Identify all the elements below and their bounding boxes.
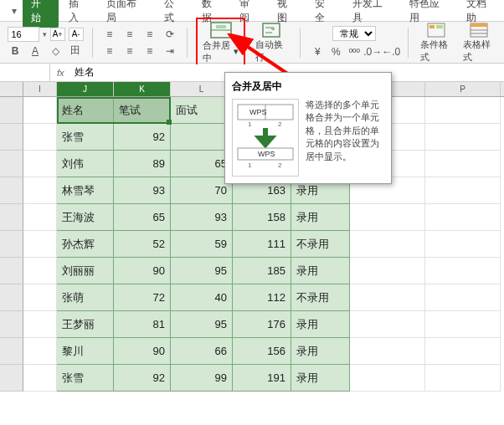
cell[interactable]: 185: [233, 258, 291, 284]
tab-security[interactable]: 安全: [306, 0, 342, 28]
wrap-text-button[interactable]: 自动换行: [250, 20, 291, 65]
cell[interactable]: 录用: [291, 311, 350, 338]
row-header[interactable]: [0, 151, 23, 177]
row-header[interactable]: [0, 177, 23, 204]
cell[interactable]: 录用: [291, 365, 350, 392]
cell[interactable]: 66: [171, 338, 233, 365]
cell[interactable]: 93: [114, 177, 171, 204]
cell[interactable]: 89: [114, 151, 171, 177]
row-header[interactable]: [0, 311, 23, 338]
row-header[interactable]: [0, 204, 23, 231]
row-header[interactable]: [0, 338, 23, 365]
cell[interactable]: [425, 151, 501, 177]
cell[interactable]: 92: [114, 124, 171, 151]
cell[interactable]: [23, 177, 57, 204]
increase-font-button[interactable]: A+: [50, 28, 65, 41]
font-size-input[interactable]: [8, 27, 39, 42]
cell[interactable]: [23, 204, 57, 231]
cell[interactable]: 156: [233, 338, 291, 365]
cell[interactable]: 林雪琴: [57, 177, 114, 204]
cell[interactable]: [23, 365, 57, 392]
cell[interactable]: 黎川: [57, 338, 114, 365]
select-all-corner[interactable]: [0, 82, 23, 96]
cell[interactable]: 笔试: [114, 97, 171, 124]
cell[interactable]: [23, 258, 57, 284]
cell[interactable]: [171, 124, 233, 151]
cell[interactable]: 张萌: [57, 284, 114, 311]
cell[interactable]: 录用: [291, 338, 350, 365]
cell[interactable]: 刘丽丽: [57, 258, 114, 284]
cell[interactable]: [350, 258, 425, 284]
row-header[interactable]: [0, 284, 23, 311]
decrease-decimal-button[interactable]: ←.0: [383, 44, 399, 59]
percent-button[interactable]: %: [327, 44, 344, 59]
align-left-button[interactable]: ≡: [101, 44, 118, 59]
cell[interactable]: [425, 97, 501, 124]
font-color-button[interactable]: A: [27, 44, 44, 59]
indent-button[interactable]: ⇥: [162, 44, 178, 59]
align-right-button[interactable]: ≡: [141, 44, 158, 59]
tab-start[interactable]: 开始: [23, 0, 59, 28]
cell[interactable]: 40: [171, 284, 233, 311]
merge-center-button[interactable]: 合并居中 ▾: [196, 18, 246, 68]
fx-icon[interactable]: fx: [50, 68, 71, 78]
cell[interactable]: 录用: [291, 258, 350, 284]
number-format-select[interactable]: 常规: [332, 26, 376, 41]
align-top-button[interactable]: ≡: [101, 27, 118, 42]
cell[interactable]: 52: [114, 231, 171, 258]
align-center-button[interactable]: ≡: [121, 44, 138, 59]
cell[interactable]: 录用: [291, 204, 350, 231]
cell[interactable]: [425, 124, 501, 151]
cell[interactable]: 191: [233, 365, 291, 392]
cell[interactable]: [425, 338, 501, 365]
tab-formula[interactable]: 公式: [156, 0, 192, 28]
cell[interactable]: [23, 97, 57, 124]
cell[interactable]: 158: [233, 204, 291, 231]
cell[interactable]: 65: [171, 151, 233, 177]
cell[interactable]: 111: [233, 231, 291, 258]
cell[interactable]: 90: [114, 338, 171, 365]
align-middle-button[interactable]: ≡: [121, 27, 138, 42]
row-header[interactable]: [0, 231, 23, 258]
cell[interactable]: [425, 177, 501, 204]
fill-color-button[interactable]: ◇: [47, 44, 64, 59]
cell[interactable]: 刘伟: [57, 151, 114, 177]
table-style-button[interactable]: 表格样式: [460, 20, 497, 65]
cell[interactable]: [425, 284, 501, 311]
col-header[interactable]: L: [171, 82, 233, 96]
col-header[interactable]: I: [23, 82, 57, 96]
cell[interactable]: 65: [114, 204, 171, 231]
cell[interactable]: 张雪: [57, 365, 114, 392]
name-box[interactable]: [0, 64, 50, 81]
cell[interactable]: 176: [233, 311, 291, 338]
decrease-font-button[interactable]: A-: [69, 28, 84, 41]
cell[interactable]: 王海波: [57, 204, 114, 231]
cell[interactable]: 不录用: [291, 231, 350, 258]
cell[interactable]: 81: [114, 311, 171, 338]
tab-page-layout[interactable]: 页面布局: [98, 0, 153, 28]
cell[interactable]: [425, 365, 501, 392]
conditional-format-button[interactable]: 条件格式: [417, 20, 455, 65]
cell[interactable]: [350, 231, 425, 258]
cell[interactable]: 70: [171, 177, 233, 204]
cell[interactable]: [425, 311, 501, 338]
cell[interactable]: 99: [171, 365, 233, 392]
row-header[interactable]: [0, 124, 23, 151]
increase-decimal-button[interactable]: .0→: [364, 44, 381, 59]
tab-dev-tools[interactable]: 开发工具: [344, 0, 399, 28]
cell[interactable]: 姓名: [57, 97, 114, 124]
cell[interactable]: [425, 231, 501, 258]
cell[interactable]: 张雪: [57, 124, 114, 151]
cell[interactable]: [350, 311, 425, 338]
cell[interactable]: 不录用: [291, 284, 350, 311]
cell[interactable]: [350, 204, 425, 231]
cell[interactable]: [425, 204, 501, 231]
row-header[interactable]: [0, 365, 23, 392]
col-header[interactable]: J: [57, 82, 114, 96]
cell[interactable]: 王梦丽: [57, 311, 114, 338]
tab-insert[interactable]: 插入: [60, 0, 96, 28]
cell[interactable]: 72: [114, 284, 171, 311]
cell[interactable]: 95: [171, 311, 233, 338]
cell[interactable]: [23, 311, 57, 338]
cell[interactable]: 92: [114, 365, 171, 392]
